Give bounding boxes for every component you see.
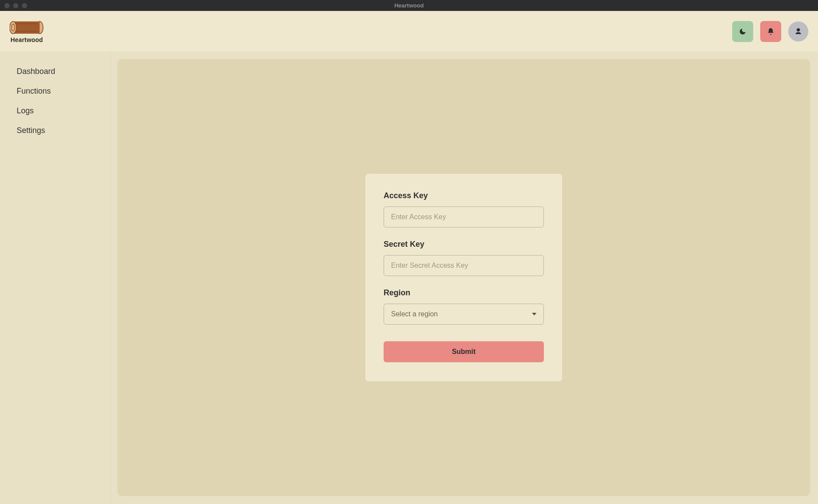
region-group: Region Select a region <box>384 288 544 325</box>
secret-key-group: Secret Key <box>384 240 544 276</box>
region-label: Region <box>384 288 544 298</box>
secret-key-input[interactable] <box>384 255 544 276</box>
theme-toggle-button[interactable] <box>732 21 753 42</box>
sidebar-item-label: Dashboard <box>17 67 55 76</box>
access-key-input[interactable] <box>384 206 544 228</box>
content-outer: Access Key Secret Key Region Select a re… <box>111 52 818 504</box>
sidebar-item-label: Settings <box>17 126 45 135</box>
window-titlebar: Heartwood <box>0 0 818 11</box>
bell-icon <box>767 28 775 35</box>
header-actions <box>732 21 808 42</box>
access-key-group: Access Key <box>384 191 544 228</box>
sidebar-item-label: Functions <box>17 87 51 95</box>
region-select[interactable]: Select a region <box>384 304 544 325</box>
window-zoom-dot[interactable] <box>22 3 27 8</box>
log-icon <box>10 20 44 35</box>
window-close-dot[interactable] <box>4 3 10 8</box>
svg-rect-1 <box>13 21 40 33</box>
svg-point-2 <box>10 21 17 33</box>
credentials-card: Access Key Secret Key Region Select a re… <box>365 174 562 382</box>
window-title: Heartwood <box>394 2 423 9</box>
access-key-label: Access Key <box>384 191 544 200</box>
logo-text: Heartwood <box>11 36 43 43</box>
sidebar-item-dashboard[interactable]: Dashboard <box>0 62 111 81</box>
app-logo[interactable]: Heartwood <box>10 20 44 43</box>
notifications-button[interactable] <box>760 21 781 42</box>
app-header: Heartwood <box>0 11 818 52</box>
chevron-down-icon <box>532 313 536 315</box>
user-menu-button[interactable] <box>788 21 808 42</box>
sidebar-item-functions[interactable]: Functions <box>0 81 111 101</box>
secret-key-label: Secret Key <box>384 240 544 249</box>
sidebar-item-settings[interactable]: Settings <box>0 121 111 140</box>
sidebar-nav: Dashboard Functions Logs Settings <box>0 52 111 504</box>
user-icon <box>794 28 802 35</box>
window-minimize-dot[interactable] <box>13 3 18 8</box>
window-traffic-lights[interactable] <box>4 3 27 8</box>
region-select-placeholder: Select a region <box>391 310 438 318</box>
sidebar-item-logs[interactable]: Logs <box>0 101 111 121</box>
sidebar-item-label: Logs <box>17 106 34 115</box>
moon-icon <box>739 28 747 35</box>
content-panel: Access Key Secret Key Region Select a re… <box>117 59 810 496</box>
submit-button[interactable]: Submit <box>384 341 544 362</box>
